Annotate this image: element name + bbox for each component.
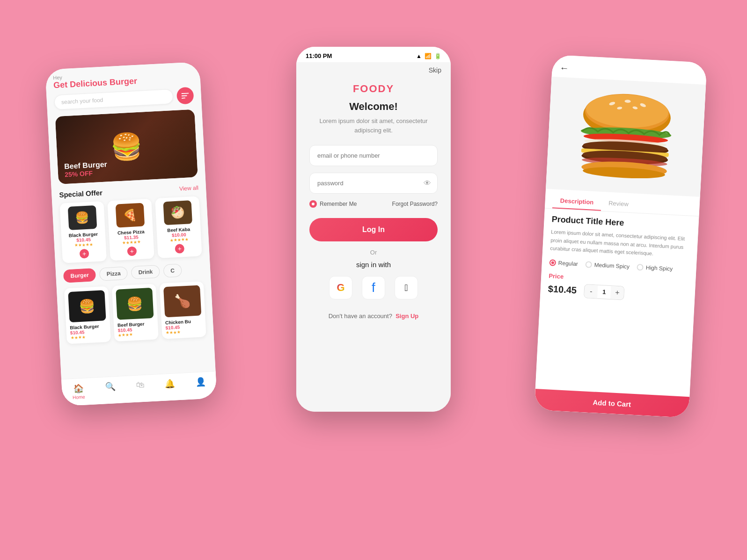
phone-home: Hey Get Delicious Burger search your foo… (45, 62, 217, 406)
product-image (546, 77, 706, 197)
bell-icon: 🔔 (164, 378, 175, 389)
product-tabs: Description Review (545, 192, 700, 216)
spice-regular-label: Regular (558, 260, 578, 267)
password-input[interactable] (309, 173, 438, 194)
status-time: 11:00 PM (306, 52, 332, 59)
spice-high[interactable]: High Spicy (637, 264, 673, 272)
spice-radio-high[interactable] (637, 264, 644, 271)
food-card-2[interactable]: 🍗 Chicken Bu $10.45 ★★★★ (160, 281, 206, 339)
food-grid: 🍔 Black Burger $10.45 ★★★★ 🍔 Beef Burger… (64, 281, 206, 344)
wifi-icon: ▲ (416, 53, 422, 59)
nav-search[interactable]: 🔍 (105, 381, 116, 398)
password-field: 👁 (309, 173, 438, 194)
user-icon: 👤 (195, 377, 206, 387)
view-all-link[interactable]: View all (179, 184, 199, 192)
no-account-text: Don't have an account? Sign Up (329, 313, 419, 320)
offer-add-0[interactable]: + (80, 249, 89, 259)
or-divider: Or (370, 249, 377, 256)
back-button[interactable]: ← (559, 63, 569, 73)
price-section: Price $10.45 - 1 + (548, 272, 688, 304)
search-icon: 🔍 (105, 381, 116, 392)
food-card-0[interactable]: 🍔 Black Burger $10.45 ★★★★ (64, 286, 111, 344)
apple-icon:  (404, 283, 408, 293)
forgot-password-link[interactable]: Forgot Password? (392, 201, 438, 207)
tab-description[interactable]: Description (552, 193, 601, 211)
tab-review[interactable]: Review (601, 196, 636, 213)
cat-pizza[interactable]: Pizza (99, 267, 128, 281)
food-card-1[interactable]: 🍔 Beef Burger $10.45 ★★★★ (112, 284, 159, 342)
category-tabs: Burger Pizza Drink C (63, 262, 203, 283)
svg-rect-0 (181, 93, 189, 94)
nav-home[interactable]: 🏠 Home (72, 383, 85, 400)
skip-label[interactable]: Skip (429, 66, 441, 74)
login-button[interactable]: Log In (309, 218, 438, 241)
cat-burger[interactable]: Burger (63, 268, 96, 283)
email-input[interactable] (309, 145, 438, 166)
eye-icon[interactable]: 👁 (424, 179, 431, 188)
filter-button[interactable] (176, 87, 194, 105)
remember-me-option[interactable]: Remember Me (309, 200, 357, 208)
spice-options: Regular Medium Spicy High Spicy (549, 259, 688, 273)
burger-svg (572, 90, 680, 184)
offer-add-1[interactable]: + (127, 246, 137, 256)
remember-row: Remember Me Forgot Password? (309, 200, 438, 208)
status-bar: 11:00 PM ▲ 📶 🔋 (296, 47, 451, 62)
price-value: $10.45 (548, 284, 577, 296)
special-offer-header: Special Offer View all (59, 183, 198, 199)
search-row: search your food (54, 87, 194, 111)
login-subtitle: Lorem ipsum dolor sit amet, consectetur … (309, 116, 438, 135)
nav-cart[interactable]: 🛍 (136, 380, 145, 397)
no-account-label: Don't have an account? (329, 313, 392, 320)
apple-login-button[interactable]:  (395, 276, 418, 299)
quantity-minus[interactable]: - (584, 284, 598, 298)
google-login-button[interactable]: G (329, 276, 352, 299)
detail-header: ← (552, 55, 707, 81)
quantity-value: 1 (598, 288, 611, 296)
offer-add-2[interactable]: + (175, 244, 184, 254)
phones-container: Hey Get Delicious Burger search your foo… (0, 0, 747, 560)
skip-row: Skip (296, 62, 451, 78)
svg-rect-2 (182, 98, 185, 99)
signup-link[interactable]: Sign Up (395, 313, 418, 320)
bottom-navbar: 🏠 Home 🔍 🛍 🔔 👤 (61, 371, 217, 406)
cart-icon: 🛍 (136, 380, 145, 390)
quantity-control: - 1 + (584, 284, 624, 300)
special-offer-grid: 🍔 Black Burger $10.45 ★★★★★ + 🍕 Chese Pi… (59, 196, 202, 263)
special-offer-title: Special Offer (59, 189, 103, 199)
nav-profile[interactable]: 👤 (195, 377, 206, 393)
spice-medium[interactable]: Medium Spicy (585, 261, 630, 270)
sign-in-with-label: sign in with (356, 261, 391, 269)
status-icons: ▲ 📶 🔋 (416, 53, 441, 59)
search-bar[interactable]: search your food (54, 89, 173, 110)
nav-home-label: Home (73, 394, 85, 400)
facebook-login-button[interactable]: f (362, 276, 385, 299)
brand-name: FOODY (353, 83, 394, 95)
facebook-icon: f (372, 280, 375, 295)
login-body: FOODY Welcome! Lorem ipsum dolor sit ame… (296, 78, 451, 412)
home-icon: 🏠 (73, 383, 84, 394)
spice-medium-label: Medium Spicy (594, 262, 630, 270)
battery-icon: 🔋 (434, 53, 441, 59)
cat-drink[interactable]: Drink (131, 265, 160, 279)
spice-high-label: High Spicy (646, 264, 673, 272)
product-body: Product Title Here Lorem ipsum dolor sit… (534, 214, 698, 418)
remember-label: Remember Me (320, 201, 357, 207)
spice-radio-regular[interactable] (549, 259, 556, 266)
home-banner: 🍔 Beef Burger 25% OFF (55, 109, 198, 184)
nav-notif[interactable]: 🔔 (164, 378, 176, 395)
offer-card-2[interactable]: 🥙 Beef Kaba $10.00 ★★★★★ + (155, 196, 202, 258)
phone-detail: ← (534, 55, 707, 418)
home-header: Hey Get Delicious Burger (53, 68, 193, 91)
welcome-title: Welcome! (349, 101, 398, 113)
offer-card-1[interactable]: 🍕 Chese Pizza $11.35 ★★★★★ + (107, 199, 154, 261)
svg-rect-1 (182, 95, 187, 96)
spice-radio-medium[interactable] (585, 261, 592, 268)
quantity-plus[interactable]: + (610, 286, 624, 299)
phone-login: 11:00 PM ▲ 📶 🔋 Skip FOODY Welcome! Lorem… (296, 47, 451, 412)
spice-regular[interactable]: Regular (549, 259, 578, 267)
product-description: Lorem ipsum dolor sit amet, consectetur … (550, 228, 690, 260)
offer-card-0[interactable]: 🍔 Black Burger $10.45 ★★★★★ + (59, 201, 107, 263)
remember-radio[interactable] (309, 200, 317, 208)
cat-other[interactable]: C (163, 263, 182, 277)
signal-icon: 📶 (425, 53, 432, 59)
